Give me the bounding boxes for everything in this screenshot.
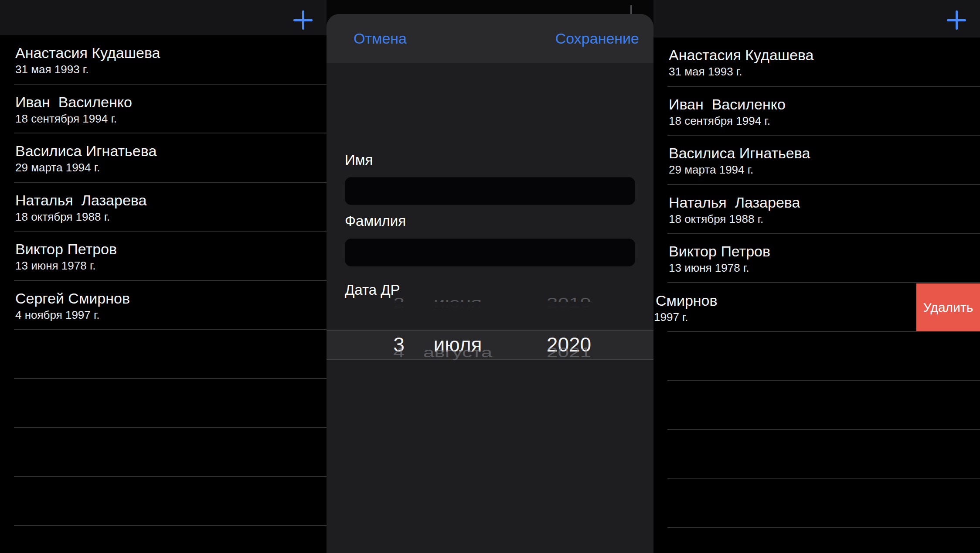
empty-row-separator: [0, 379, 327, 428]
list-item[interactable]: Наталья Лазарева 18 октября 1988 г.: [653, 185, 980, 234]
person-name: Иван Василенко: [15, 93, 132, 111]
list-item[interactable]: Василиса Игнатьева 29 марта 1994 г.: [0, 133, 327, 183]
modal-sheet: Отмена Сохранение Имя Фамилия Дата ДР 2 …: [327, 14, 653, 553]
person-name-clipped: Смирнов: [656, 291, 718, 310]
empty-row-separator: [653, 430, 980, 479]
person-birthday: 4 ноября 1997 г.: [15, 308, 100, 322]
list-item[interactable]: Виктор Петров 13 июня 1978 г.: [0, 232, 327, 281]
picker-month: августа: [414, 342, 501, 363]
picker-row-previous: 2 июня 2019: [327, 293, 653, 313]
modal-header: Отмена Сохранение: [327, 14, 653, 63]
empty-row-separator: [0, 330, 327, 379]
list-item-swiped[interactable]: Смирнов 1997 г. Удалить: [653, 283, 980, 332]
person-name: Наталья Лазарева: [15, 191, 146, 209]
person-birthday: 13 июня 1978 г.: [15, 259, 95, 273]
screenshot-triptych: Анастасия Кудашева 31 мая 1993 г. Иван В…: [0, 0, 980, 553]
list-item[interactable]: Василиса Игнатьева 29 марта 1994 г.: [653, 136, 980, 185]
person-name: Виктор Петров: [15, 240, 117, 258]
add-person-button plus-icon[interactable]: [293, 10, 313, 30]
list-item[interactable]: Иван Василенко 18 сентября 1994 г.: [653, 87, 980, 136]
birthday-list-screen: Анастасия Кудашева 31 мая 1993 г. Иван В…: [0, 0, 327, 553]
list-item[interactable]: Анастасия Кудашева 31 мая 1993 г.: [653, 38, 980, 87]
person-name: Иван Василенко: [669, 95, 786, 113]
person-name: Василиса Игнатьева: [15, 142, 157, 160]
empty-row-separator: [653, 479, 980, 529]
cancel-button[interactable]: Отмена: [354, 30, 407, 47]
person-list: Анастасия Кудашева 31 мая 1993 г. Иван В…: [653, 38, 980, 528]
empty-row-separator: [0, 477, 327, 526]
person-birthday: 29 марта 1994 г.: [669, 163, 753, 177]
person-birthday: 18 сентября 1994 г.: [15, 112, 117, 126]
delete-button-label: Удалить: [923, 300, 973, 315]
list-item[interactable]: Анастасия Кудашева 31 мая 1993 г.: [0, 35, 327, 85]
nav-bar: [0, 0, 327, 35]
empty-row-separator: [653, 381, 980, 430]
save-button[interactable]: Сохранение: [555, 30, 639, 47]
delete-button[interactable]: Удалить: [916, 283, 980, 332]
person-name: Сергей Смирнов: [15, 289, 130, 307]
list-item[interactable]: Иван Василенко 18 сентября 1994 г.: [0, 85, 327, 134]
person-birthday-clipped: 1997 г.: [654, 311, 688, 324]
add-person-modal-screen: Отмена Сохранение Имя Фамилия Дата ДР 2 …: [327, 0, 653, 553]
first-name-label: Имя: [345, 151, 373, 169]
person-name: Анастасия Кудашева: [15, 44, 160, 62]
add-person-button plus-icon[interactable]: [947, 10, 966, 30]
person-birthday: 18 октября 1988 г.: [669, 212, 763, 226]
picker-year: 2019: [525, 293, 612, 313]
list-item[interactable]: Сергей Смирнов 4 ноября 1997 г.: [0, 281, 327, 330]
picker-month: июня: [414, 293, 501, 313]
person-list: Анастасия Кудашева 31 мая 1993 г. Иван В…: [0, 35, 327, 526]
person-birthday: 18 сентября 1994 г.: [669, 114, 770, 128]
nav-bar: [653, 0, 980, 38]
picker-year: 2021: [525, 342, 612, 363]
person-name: Василиса Игнатьева: [669, 144, 810, 162]
list-item[interactable]: Наталья Лазарева 18 октября 1988 г.: [0, 183, 327, 232]
dimmed-plus-icon: [630, 5, 632, 14]
picker-row-next: 4 августа 2021: [327, 342, 653, 363]
empty-row-separator: [653, 332, 980, 381]
person-name: Виктор Петров: [669, 242, 770, 260]
person-birthday: 18 октября 1988 г.: [15, 210, 110, 224]
person-birthday: 31 мая 1993 г.: [15, 63, 88, 76]
last-name-label: Фамилия: [345, 212, 406, 230]
person-name: Анастасия Кудашева: [669, 46, 814, 64]
birthday-list-swipe-screen: Анастасия Кудашева 31 мая 1993 г. Иван В…: [653, 0, 980, 553]
first-name-field[interactable]: [345, 177, 635, 205]
empty-row-separator: [0, 428, 327, 477]
last-name-field[interactable]: [345, 239, 635, 266]
date-picker-wheel[interactable]: 2 июня 2019 3 июля 2020 4 августа 2021: [327, 302, 653, 404]
person-birthday: 13 июня 1978 г.: [669, 261, 749, 275]
person-birthday: 29 марта 1994 г.: [15, 161, 100, 174]
picker-fade-bottom: [327, 360, 653, 404]
list-item[interactable]: Виктор Петров 13 июня 1978 г.: [653, 234, 980, 283]
person-name: Наталья Лазарева: [669, 193, 800, 212]
person-birthday: 31 мая 1993 г.: [669, 65, 742, 79]
